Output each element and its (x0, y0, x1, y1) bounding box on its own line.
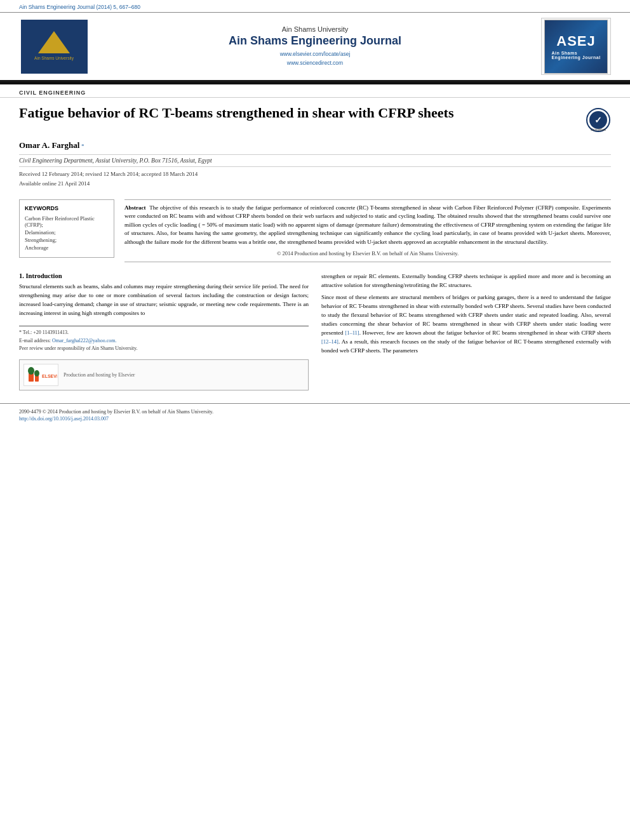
received-dates: Received 12 February 2014; revised 12 Ma… (19, 170, 611, 179)
footnote-peer-review: Peer review under responsibility of Ain … (19, 345, 309, 353)
university-logo-left: Ain Shams University (19, 18, 89, 75)
author-name-line: Omar A. Farghal * (19, 140, 611, 150)
ref-12-14[interactable]: [12–14] (321, 338, 338, 345)
footer-issn: 2090-4479 © 2014 Production and hosting … (19, 409, 611, 415)
journal-citation: Ain Shams Engineering Journal (2014) 5, … (19, 4, 140, 10)
intro-p1: Structural elements such as beams, slabs… (19, 283, 309, 318)
author-affiliation: Civil Engineering Department, Assiut Uni… (19, 154, 611, 167)
abstract-section: KEYWORDS Carbon Fiber Reinforced Plastic… (0, 196, 630, 267)
elsevier-production-text: Production and hosting by Elsevier (64, 372, 135, 378)
elsevier-logo: ELSEVIER (23, 364, 58, 386)
crossmark-badge[interactable]: ✓ CrossMark (586, 107, 611, 133)
intro-col2-p2: Since most of these elements are structu… (321, 293, 611, 356)
email-label: E-mail address: (19, 338, 51, 343)
svg-point-7 (28, 367, 34, 375)
abstract-copyright: © 2014 Production and hosting by Elsevie… (124, 250, 611, 257)
svg-text:ELSEVIER: ELSEVIER (42, 374, 57, 378)
footnotes-area: * Tel.: +20 1143911413. E-mail address: … (19, 326, 309, 353)
intro-col1-text: Structural elements such as beams, slabs… (19, 283, 309, 318)
available-online: Available online 21 April 2014 (19, 179, 611, 189)
asej-logo-sub: Ain ShamsEngineering Journal (551, 51, 600, 60)
intro-heading: 1. Introduction (19, 272, 309, 279)
journal-link-1[interactable]: www.elsevier.com/locate/asej (89, 50, 541, 59)
footer-doi[interactable]: http://dx.doi.org/10.1016/j.asej.2014.03… (19, 416, 611, 422)
keyword-2: Delamination; (25, 229, 109, 236)
page-footer: 2090-4479 © 2014 Production and hosting … (0, 403, 630, 424)
abstract-text: Abstract The objective of this research … (124, 204, 611, 247)
abstract-label: Abstract (124, 204, 146, 211)
author-name: Omar A. Farghal (19, 140, 79, 150)
footnote-email: E-mail address: Omar_farghal222@yahoo.co… (19, 337, 309, 345)
keywords-sidebar: KEYWORDS Carbon Fiber Reinforced Plastic… (19, 199, 114, 263)
svg-text:CrossMark: CrossMark (591, 128, 607, 131)
univ-logo-text: Ain Shams University (34, 56, 74, 61)
journal-header: Ain Shams University Ain Shams Universit… (0, 12, 630, 82)
journal-link-2[interactable]: www.sciencedirect.com (89, 59, 541, 68)
keyword-1: Carbon Fiber Reinforced Plastic (CFRP); (25, 215, 109, 228)
article-section-label: CIVIL ENGINEERING (0, 84, 630, 98)
university-name: Ain Shams University (89, 25, 541, 33)
elsevier-production-box: ELSEVIER Production and hosting by Elsev… (19, 359, 309, 390)
keywords-box: KEYWORDS Carbon Fiber Reinforced Plastic… (19, 199, 114, 258)
svg-text:✓: ✓ (594, 116, 602, 125)
footnote-star: * Tel.: +20 1143911413. (19, 329, 309, 337)
asej-logo-text: ASEJ (556, 33, 595, 50)
svg-point-8 (34, 370, 39, 377)
author-star: * (81, 143, 84, 149)
journal-center-info: Ain Shams University Ain Shams Engineeri… (89, 25, 541, 67)
body-col-left: 1. Introduction Structural elements such… (19, 272, 309, 390)
journal-title-header: Ain Shams Engineering Journal (89, 34, 541, 48)
author-section: Omar A. Farghal * Civil Engineering Depa… (0, 138, 630, 196)
asej-logo-right: ASEJ Ain ShamsEngineering Journal (541, 18, 611, 75)
article-dates: Received 12 February 2014; revised 12 Ma… (19, 170, 611, 189)
intro-col2-text: strengthen or repair RC elements. Extern… (321, 272, 611, 355)
journal-top-bar: Ain Shams Engineering Journal (2014) 5, … (0, 0, 630, 12)
abstract-content: Abstract The objective of this research … (124, 199, 611, 263)
keyword-3: Strengthening; (25, 237, 109, 243)
ref-1-11[interactable]: [1–11] (345, 330, 359, 336)
article-title-area: Fatigue behavior of RC T-beams strengthe… (0, 98, 630, 138)
keywords-title: KEYWORDS (25, 205, 109, 211)
keyword-4: Anchorage (25, 244, 109, 251)
article-title: Fatigue behavior of RC T-beams strengthe… (19, 104, 586, 123)
body-section: 1. Introduction Structural elements such… (0, 266, 630, 397)
email-address[interactable]: Omar_farghal222@yahoo.com. (52, 338, 116, 343)
journal-links: www.elsevier.com/locate/asej www.science… (89, 50, 541, 67)
intro-col2-p1: strengthen or repair RC elements. Extern… (321, 272, 611, 290)
body-col-right: strengthen or repair RC elements. Extern… (321, 272, 611, 390)
abstract-body: The objective of this research is to stu… (124, 204, 611, 245)
